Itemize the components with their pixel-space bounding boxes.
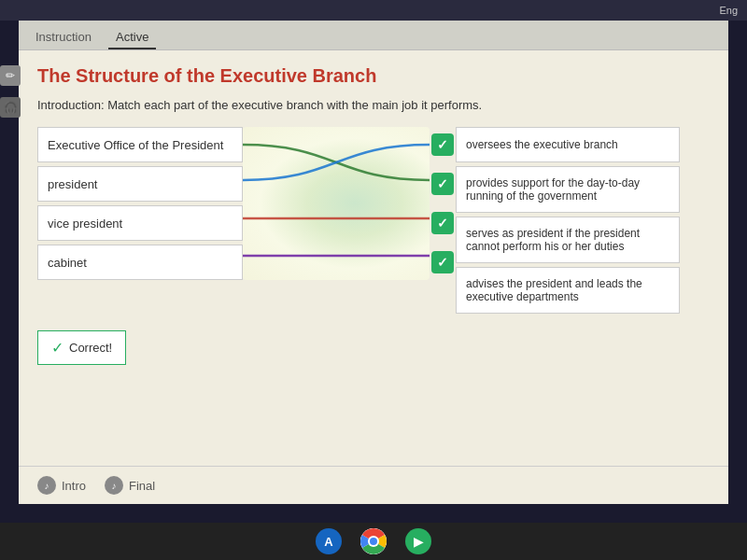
left-item-4[interactable]: cabinet xyxy=(37,245,243,280)
right-item-2[interactable]: provides support for the day-to-day runn… xyxy=(456,166,680,213)
check-column: ✓ ✓ ✓ ✓ xyxy=(430,127,456,280)
left-item-2[interactable]: president xyxy=(37,166,243,202)
check-2: ✓ xyxy=(430,166,456,202)
nav-tabs: Instruction Active xyxy=(19,21,728,50)
intro-button[interactable]: ♪ Intro xyxy=(37,476,86,495)
system-icon-a[interactable]: A xyxy=(316,528,342,554)
instruction-text: Introduction: Match each part of the exe… xyxy=(37,98,710,112)
connection-lines xyxy=(243,127,430,280)
bottom-nav: ♪ Intro ♪ Final xyxy=(19,466,728,504)
chrome-icon[interactable] xyxy=(360,528,387,554)
tab-instruction[interactable]: Instruction xyxy=(28,26,99,49)
check-1: ✓ xyxy=(430,127,456,162)
right-item-1[interactable]: oversees the executive branch xyxy=(456,127,680,162)
system-taskbar: A ▶ xyxy=(0,523,747,560)
correct-check-icon: ✓ xyxy=(51,339,63,357)
correct-label: Correct! xyxy=(69,341,112,355)
intro-icon: ♪ xyxy=(37,476,56,495)
lang-label: Eng xyxy=(719,5,738,16)
right-item-3[interactable]: serves as president if the president can… xyxy=(456,217,680,263)
left-item-1[interactable]: Executive Office of the President xyxy=(37,127,243,162)
correct-banner: ✓ Correct! xyxy=(37,330,126,365)
check-4: ✓ xyxy=(430,245,456,280)
svg-point-2 xyxy=(370,538,377,545)
intro-label: Intro xyxy=(62,479,86,493)
play-icon[interactable]: ▶ xyxy=(405,528,431,554)
tab-active[interactable]: Active xyxy=(108,26,156,49)
left-column: Executive Office of the President presid… xyxy=(37,127,243,280)
final-label: Final xyxy=(129,479,155,493)
check-3: ✓ xyxy=(430,205,456,241)
audio-icon[interactable]: 🎧 xyxy=(0,97,21,118)
right-column: oversees the executive branch provides s… xyxy=(456,127,680,314)
final-button[interactable]: ♪ Final xyxy=(105,476,155,495)
page-title: The Structure of the Executive Branch xyxy=(37,65,710,87)
left-item-3[interactable]: vice president xyxy=(37,205,243,241)
right-item-4[interactable]: advises the president and leads the exec… xyxy=(456,267,680,314)
top-bar: Eng xyxy=(0,0,747,21)
edit-icon[interactable]: ✏ xyxy=(0,65,21,86)
final-icon: ♪ xyxy=(105,476,123,495)
content-area: The Structure of the Executive Branch In… xyxy=(19,50,728,466)
